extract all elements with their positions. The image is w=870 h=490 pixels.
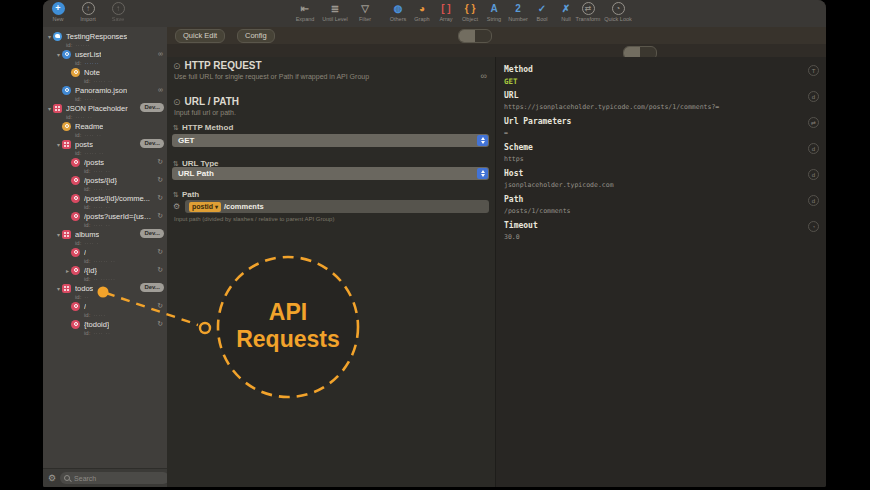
sidebar-tree-item[interactable]: ▾ posts Dev... id: ····· ·· [43,138,167,156]
quick-edit-button[interactable]: Quick Edit [175,29,225,43]
sidebar-tree-item[interactable]: ▾ todos Dev... id: ·· [43,282,167,300]
section-link-icon[interactable]: ∞ [481,71,487,81]
toolbar-button-icon: ✗ [562,2,570,15]
inspector-row-label: Path [504,194,826,206]
sidebar-tree-item[interactable]: {todoid} ↻ id: ···· ·· [43,318,167,336]
toolbar-button[interactable]: ◍ Others [386,2,410,22]
sidebar-tree-item[interactable]: ▾ JSON Placeholder Dev... id: ···· ·· [43,102,167,120]
toolbar-button[interactable]: A String [482,2,506,22]
toolbar-button[interactable]: ⇄ Transform [573,2,603,22]
row-badge-icon[interactable]: d [808,143,819,154]
path-gear-icon[interactable]: ⚙ [173,202,180,211]
section-title: URL / PATH [185,96,239,107]
toolbar-button-icon: + [52,2,65,15]
toolbar-button[interactable]: ⇤ Expand [290,2,320,22]
row-badge-icon[interactable]: d [808,91,819,102]
row-badge-icon[interactable]: d [808,195,819,206]
toolbar-button-label: Transform [576,16,601,22]
item-label: /{id} [84,266,97,275]
path-input[interactable]: postid ▾ /comments [185,200,489,213]
reload-icon[interactable]: ↻ [157,175,163,184]
path-token[interactable]: postid ▾ [189,202,221,212]
sidebar-tree-item[interactable]: /posts/{id}/comme... ↻ id: ···· ·· [43,192,167,210]
sidebar-tree-item[interactable]: ▸ /{id} ↻ id: ·· ······ [43,264,167,282]
toolbar-button[interactable]: ◕ Graph [410,2,434,22]
sidebar-tree-item[interactable]: Note id: ····· ·· [43,66,167,84]
path-token-text: postid [192,202,213,212]
row-badge-icon[interactable]: ⇄ [808,117,819,128]
row-badge-icon[interactable]: d [808,169,819,180]
inspector-row-value: GET [504,76,826,87]
sidebar-tree-item[interactable]: /posts?userId={use... ↻ id: ···· ·· [43,210,167,228]
disclosure-icon[interactable]: ▾ [55,231,62,238]
disclosure-icon[interactable]: ▾ [55,285,62,292]
sidebar-tree-item[interactable]: ▾ albums Dev... id: ···· · [43,228,167,246]
toolbar-button[interactable]: 2 Number [506,2,530,22]
inspector-row-value: https://jsonplaceholder.typicode.com/pos… [504,102,826,113]
toolbar-button[interactable]: ◔ Quick Look [603,2,633,22]
sidebar-tree-item[interactable]: Panoramio.json ∞ id: ····· [43,84,167,102]
search-field[interactable] [60,472,169,484]
sidebar-tree-item[interactable]: /posts ↻ id: ···· ·· [43,156,167,174]
sidebar-tree-item[interactable]: /posts/{id} ↻ id: ···· ·· [43,174,167,192]
disclosure-icon[interactable]: ▾ [46,105,53,112]
row-badge-icon[interactable]: T [808,65,819,76]
sidebar-tree-item[interactable]: ▾ userList ∞ id: ······ [43,48,167,66]
item-id-value: ···· ·· [93,330,110,336]
settings-gear-button[interactable]: ⚙ [48,472,56,484]
reload-icon[interactable]: ↻ [157,193,163,202]
reload-icon[interactable]: ↻ [157,301,163,310]
item-id-label: id: [75,96,81,102]
toolbar-button[interactable]: ↑ Import [73,2,103,22]
item-id-value: ···· ·· [75,114,92,120]
item-id-label: id: [75,150,81,156]
toolbar-button[interactable]: { } Object [458,2,482,22]
toolbar-button[interactable]: ≣ Until Level [320,2,350,22]
disclosure-icon[interactable]: ▾ [55,141,62,148]
url-type-dropdown[interactable]: URL Path [172,167,489,180]
sidebar-tree-item[interactable]: Readme id: ···· ·· [43,120,167,138]
reload-icon[interactable]: ↻ [157,319,163,328]
item-id-value: ···· ·· [93,204,110,210]
item-type-icon [71,212,80,221]
item-type-icon [71,248,80,257]
item-type-icon [62,140,71,149]
link-icon[interactable]: ∞ [158,49,163,58]
inspector-row: Scheme https d [496,139,826,165]
sidebar-tree-item[interactable]: ▾ TestingResponses id: ······ [43,30,167,48]
reload-icon[interactable]: ↻ [157,247,163,256]
toolbar-button[interactable]: [ ] Array [434,2,458,22]
toolbar-button-label: Null [561,16,570,22]
tree-item-id-row: id: ····· [64,311,167,318]
tree-item-id-row: id: ···· ·· [64,203,167,210]
sidebar-tree-item[interactable]: / ↻ id: ····· [43,300,167,318]
toolbar-group-types: ◍ Others ◕ Graph [ ] Array { } Object A … [386,2,578,22]
item-type-icon [71,266,80,275]
http-method-dropdown[interactable]: GET [172,134,489,147]
item-label: / [84,248,86,257]
reload-icon[interactable]: ↻ [157,265,163,274]
segment-option[interactable] [459,30,475,42]
disclosure-icon[interactable]: ▸ [64,267,71,274]
row-badge-icon[interactable]: ◔ [808,221,819,232]
reload-icon[interactable]: ↻ [157,211,163,220]
segment-option[interactable] [475,30,491,42]
toolbar-button[interactable]: ↑ Save [103,2,133,22]
toolbar-button[interactable]: ▽ Filter [350,2,380,22]
link-icon[interactable]: ∞ [158,85,163,94]
section-title: HTTP REQUEST [185,60,262,71]
toolbar-button[interactable]: + New [43,2,73,22]
config-button[interactable]: Config [237,29,275,43]
disclosure-icon[interactable]: ▾ [55,51,62,58]
field-prefix-icon: ⇅ [173,191,179,199]
reload-icon[interactable]: ↻ [157,157,163,166]
inspector-row-label: URL [504,90,826,102]
disclosure-icon[interactable]: ▾ [46,33,53,40]
toolbar-button-icon: ↑ [82,2,95,15]
sidebar-tree-item[interactable]: / ↻ id: ······ ·· [43,246,167,264]
toolbar-button[interactable]: ✓ Bool [530,2,554,22]
dropdown-stepper-icon [477,168,488,179]
tree-item-row: / ↻ [64,300,167,311]
item-id-label: id: [84,276,90,282]
search-input[interactable] [74,475,165,482]
